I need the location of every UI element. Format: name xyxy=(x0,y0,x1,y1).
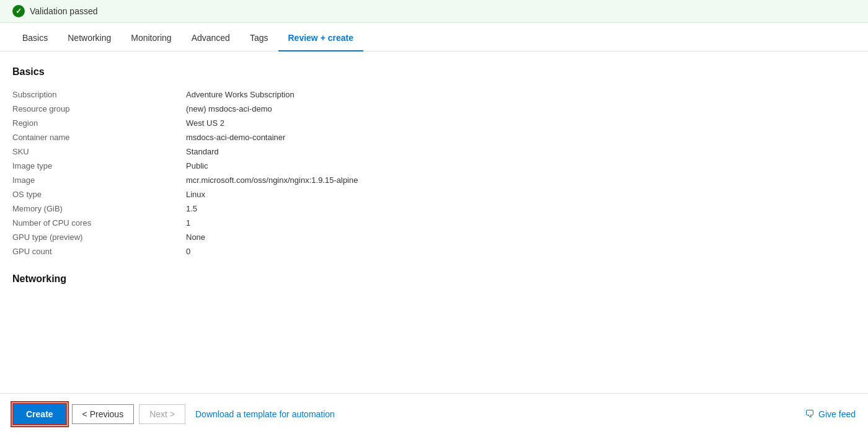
main-content: Basics SubscriptionAdventure Works Subsc… xyxy=(0,51,868,391)
row-label: Region xyxy=(12,116,186,130)
tab-review-create[interactable]: Review + create xyxy=(278,25,363,51)
tab-tags[interactable]: Tags xyxy=(240,25,278,51)
row-label: Resource group xyxy=(12,102,186,116)
table-row: SKUStandard xyxy=(12,144,856,159)
tab-monitoring[interactable]: Monitoring xyxy=(121,25,181,51)
row-value: (new) msdocs-aci-demo xyxy=(186,102,856,116)
table-row: SubscriptionAdventure Works Subscription xyxy=(12,87,856,102)
row-value: 1.5 xyxy=(186,202,856,216)
next-button[interactable]: Next > xyxy=(139,404,185,424)
create-button[interactable]: Create xyxy=(12,403,67,425)
bottom-toolbar: Create < Previous Next > Download a temp… xyxy=(0,393,868,434)
table-row: Resource group(new) msdocs-aci-demo xyxy=(12,102,856,116)
row-value: West US 2 xyxy=(186,116,856,130)
basics-info-table: SubscriptionAdventure Works Subscription… xyxy=(12,87,856,259)
row-label: Image type xyxy=(12,159,186,173)
row-label: GPU count xyxy=(12,244,186,259)
table-row: OS typeLinux xyxy=(12,187,856,202)
validation-text: Validation passed xyxy=(30,6,97,16)
row-label: Number of CPU cores xyxy=(12,216,186,230)
previous-button[interactable]: < Previous xyxy=(72,404,135,424)
table-row: Container namemsdocs-aci-demo-container xyxy=(12,130,856,144)
row-value: Public xyxy=(186,159,856,173)
validation-passed-icon xyxy=(12,5,25,17)
table-row: GPU count0 xyxy=(12,244,856,259)
networking-section-heading: Networking xyxy=(12,273,856,285)
table-row: Number of CPU cores1 xyxy=(12,216,856,230)
automation-template-link[interactable]: Download a template for automation xyxy=(195,409,335,419)
table-row: Imagemcr.microsoft.com/oss/nginx/nginx:1… xyxy=(12,173,856,187)
row-value: 1 xyxy=(186,216,856,230)
row-label: OS type xyxy=(12,187,186,202)
row-value: mcr.microsoft.com/oss/nginx/nginx:1.9.15… xyxy=(186,173,856,187)
basics-section-heading: Basics xyxy=(12,66,856,78)
row-value: Linux xyxy=(186,187,856,202)
feedback-icon: 🗨 xyxy=(805,409,815,420)
row-label: Memory (GiB) xyxy=(12,202,186,216)
tab-navigation: Basics Networking Monitoring Advanced Ta… xyxy=(0,25,868,51)
validation-banner: Validation passed xyxy=(0,0,868,23)
row-value: Adventure Works Subscription xyxy=(186,87,856,102)
table-row: RegionWest US 2 xyxy=(12,116,856,130)
table-row: Image typePublic xyxy=(12,159,856,173)
give-feedback-button[interactable]: 🗨 Give feed xyxy=(805,409,856,420)
row-label: SKU xyxy=(12,144,186,159)
tab-advanced[interactable]: Advanced xyxy=(182,25,240,51)
table-row: Memory (GiB)1.5 xyxy=(12,202,856,216)
feedback-label: Give feed xyxy=(818,409,856,419)
row-value: msdocs-aci-demo-container xyxy=(186,130,856,144)
row-value: 0 xyxy=(186,244,856,259)
row-label: Subscription xyxy=(12,87,186,102)
table-row: GPU type (preview)None xyxy=(12,230,856,244)
row-value: None xyxy=(186,230,856,244)
row-label: Container name xyxy=(12,130,186,144)
row-value: Standard xyxy=(186,144,856,159)
row-label: GPU type (preview) xyxy=(12,230,186,244)
row-label: Image xyxy=(12,173,186,187)
tab-networking[interactable]: Networking xyxy=(58,25,121,51)
tab-basics[interactable]: Basics xyxy=(12,25,58,51)
